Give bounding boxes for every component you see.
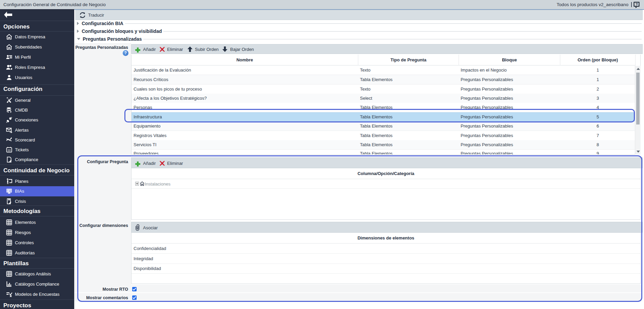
svg-text:?: ? <box>636 2 638 6</box>
